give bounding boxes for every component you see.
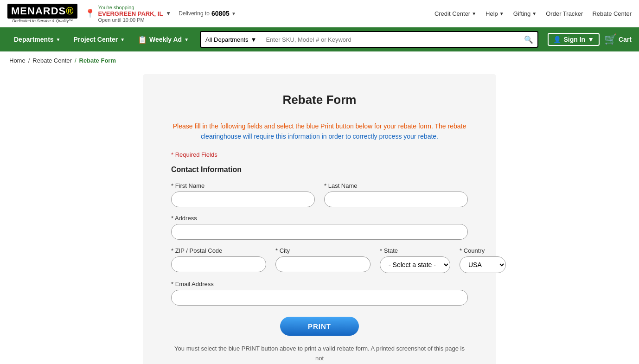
breadcrumb-sep-2: / <box>75 57 77 64</box>
credit-center-chevron: ▼ <box>472 11 476 16</box>
store-info-text: You're shopping EVERGREEN PARK, IL Open … <box>98 5 163 23</box>
departments-chevron: ▼ <box>56 37 61 42</box>
state-group: * State - Select a state - Alabama Alask… <box>380 247 450 273</box>
weekly-ad-label: Weekly Ad <box>149 36 182 43</box>
breadcrumb-current: Rebate Form <box>79 57 116 64</box>
project-center-label: Project Center <box>74 36 118 43</box>
logo[interactable]: MENARDS® <box>7 4 77 19</box>
address-group: * Address <box>171 215 468 240</box>
search-input-wrap <box>261 31 520 48</box>
breadcrumb-sep-1: / <box>28 57 30 64</box>
top-nav-help[interactable]: Help ▼ <box>486 10 504 17</box>
top-bar-left: MENARDS® Dedicated to Service & Quality™… <box>7 4 236 23</box>
state-label: * State <box>380 247 450 254</box>
email-row: * Email Address <box>171 281 468 306</box>
name-row: * First Name * Last Name <box>171 182 468 207</box>
delivery-info[interactable]: Delivering to 60805 ▼ <box>179 10 236 17</box>
print-note: You must select the blue PRINT button ab… <box>171 344 468 364</box>
state-select[interactable]: - Select a state - Alabama Alaska Arizon… <box>380 256 450 273</box>
location-row: * ZIP / Postal Code * City * State - Sel… <box>171 247 468 273</box>
signin-label: Sign In <box>563 36 585 43</box>
departments-label: Departments <box>14 36 54 43</box>
zip-label: * ZIP / Postal Code <box>171 247 266 254</box>
form-card: Rebate Form Please fill in the following… <box>143 74 496 364</box>
section-title: Contact Information <box>171 166 468 174</box>
shopping-label: You're shopping <box>98 5 163 10</box>
logo-area: MENARDS® Dedicated to Service & Quality™ <box>7 4 77 23</box>
logo-r: ® <box>66 5 74 17</box>
city-label: * City <box>275 247 371 254</box>
email-label: * Email Address <box>171 281 468 287</box>
email-group: * Email Address <box>171 281 468 306</box>
zip-input[interactable] <box>171 256 266 272</box>
delivery-chevron[interactable]: ▼ <box>231 11 236 16</box>
last-name-group: * Last Name <box>324 182 468 207</box>
top-bar: MENARDS® Dedicated to Service & Quality™… <box>0 0 639 27</box>
logo-tagline: Dedicated to Service & Quality™ <box>12 19 73 23</box>
dept-chevron: ▼ <box>251 36 257 43</box>
delivery-label: Delivering to <box>179 10 210 17</box>
weekly-ad-icon: 📋 <box>138 35 147 44</box>
breadcrumb-home[interactable]: Home <box>9 57 26 64</box>
breadcrumb: Home / Rebate Center / Rebate Form <box>0 51 639 70</box>
first-name-label: * First Name <box>171 182 315 189</box>
nav-bar: Departments ▼ Project Center ▼ 📋 Weekly … <box>0 27 639 51</box>
form-title: Rebate Form <box>171 93 468 107</box>
country-group: * Country USA Canada <box>460 247 506 273</box>
all-departments-label: All Departments <box>205 36 248 43</box>
address-row: * Address <box>171 215 468 240</box>
top-nav-credit-center[interactable]: Credit Center ▼ <box>435 10 476 17</box>
email-input[interactable] <box>171 290 468 306</box>
first-name-group: * First Name <box>171 182 315 207</box>
main-content: Rebate Form Please fill in the following… <box>0 70 639 364</box>
top-nav-rebate-center[interactable]: Rebate Center <box>592 10 632 17</box>
store-hours: Open until 10:00 PM <box>98 17 163 23</box>
signin-button[interactable]: 👤 Sign In ▼ <box>548 33 600 46</box>
dept-select[interactable]: All Departments ▼ <box>200 31 261 48</box>
top-nav: Credit Center ▼ Help ▼ Gifting ▼ Order T… <box>435 10 632 17</box>
desc-part1: Please fill in the following fields and … <box>173 122 466 130</box>
cart-label: Cart <box>619 36 632 43</box>
first-name-input[interactable] <box>171 192 315 207</box>
city-group: * City <box>275 247 371 273</box>
project-center-nav[interactable]: Project Center ▼ <box>67 27 132 51</box>
store-info[interactable]: 📍 You're shopping EVERGREEN PARK, IL Ope… <box>85 5 171 23</box>
location-icon: 📍 <box>85 8 95 19</box>
breadcrumb-rebate-center[interactable]: Rebate Center <box>32 57 72 64</box>
last-name-label: * Last Name <box>324 182 468 189</box>
search-button[interactable]: 🔍 <box>520 31 538 48</box>
country-label: * Country <box>460 247 506 254</box>
last-name-input[interactable] <box>324 192 468 207</box>
search-input[interactable] <box>261 32 520 47</box>
top-nav-gifting[interactable]: Gifting ▼ <box>513 10 537 17</box>
project-center-chevron: ▼ <box>120 37 125 42</box>
country-select[interactable]: USA Canada <box>460 256 506 273</box>
weekly-ad-nav[interactable]: 📋 Weekly Ad ▼ <box>131 27 195 51</box>
gifting-chevron: ▼ <box>532 11 537 16</box>
required-note: * Required Fields <box>171 151 468 158</box>
search-area: All Departments ▼ 🔍 <box>200 31 538 48</box>
top-nav-order-tracker[interactable]: Order Tracker <box>546 10 583 17</box>
store-dropdown-chevron[interactable]: ▼ <box>166 10 171 17</box>
address-input[interactable] <box>171 224 468 240</box>
cart-button[interactable]: 🛒 Cart <box>604 33 632 45</box>
cart-icon: 🛒 <box>604 33 617 45</box>
address-label: * Address <box>171 215 468 222</box>
user-icon: 👤 <box>553 36 561 43</box>
help-chevron: ▼ <box>499 11 504 16</box>
signin-chevron: ▼ <box>588 36 594 43</box>
print-button[interactable]: PRINT <box>280 317 359 336</box>
departments-nav[interactable]: Departments ▼ <box>7 27 67 51</box>
store-name: EVERGREEN PARK, IL <box>98 10 163 17</box>
weekly-ad-chevron: ▼ <box>184 37 189 42</box>
desc-part2: clearinghouse will require this informat… <box>201 133 438 140</box>
form-description: Please fill in the following fields and … <box>171 121 468 142</box>
zip-group: * ZIP / Postal Code <box>171 247 266 273</box>
print-note-part1: You must select the blue PRINT button ab… <box>174 345 465 362</box>
delivery-zip: 60805 <box>211 10 230 17</box>
city-input[interactable] <box>275 256 371 272</box>
